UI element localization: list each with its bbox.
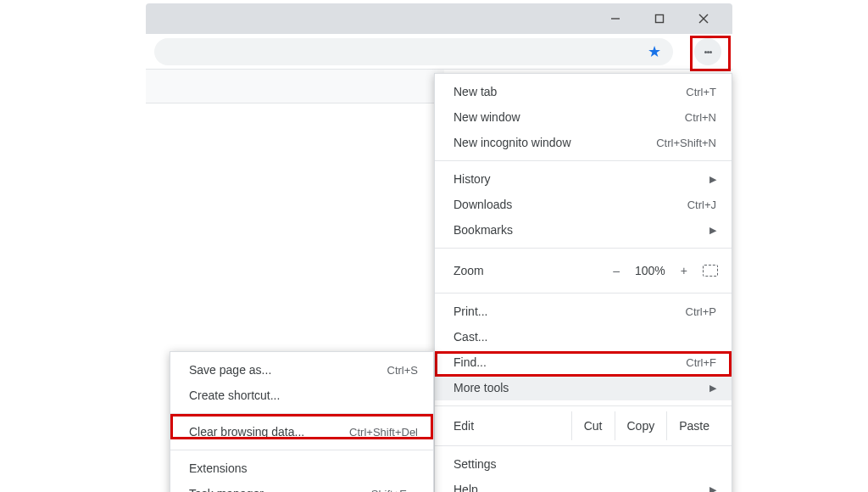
maximize-button[interactable] — [637, 3, 682, 34]
menu-shortcut: Ctrl+J — [687, 198, 716, 211]
submenu-item-extensions[interactable]: Extensions — [170, 456, 433, 481]
menu-label: New incognito window — [453, 136, 656, 149]
submenu-arrow-icon: ▶ — [709, 174, 716, 185]
menu-label: Settings — [453, 457, 716, 471]
bookmark-star-icon[interactable]: ★ — [648, 42, 661, 61]
browser-toolbar: ★ — [146, 34, 732, 70]
edit-copy-button[interactable]: Copy — [615, 411, 667, 440]
menu-shortcut: Shift+Esc — [371, 488, 418, 493]
menu-label: More tools — [453, 381, 703, 394]
submenu-arrow-icon: ▶ — [709, 484, 716, 493]
menu-separator — [435, 248, 732, 249]
zoom-in-button[interactable]: + — [681, 264, 687, 277]
address-bar[interactable]: ★ — [154, 38, 673, 65]
menu-item-edit: Edit Cut Copy Paste — [435, 411, 732, 440]
zoom-percent: 100% — [635, 264, 665, 277]
menu-item-cast[interactable]: Cast... — [435, 324, 732, 349]
menu-label: Downloads — [453, 198, 687, 211]
edit-cut-button[interactable]: Cut — [571, 411, 615, 440]
menu-label: History — [453, 172, 703, 186]
menu-shortcut: Ctrl+S — [387, 364, 418, 377]
menu-label: Cast... — [453, 330, 716, 344]
svg-rect-1 — [656, 15, 664, 23]
more-tools-submenu: Save page as... Ctrl+S Create shortcut..… — [170, 351, 434, 492]
submenu-arrow-icon: ▶ — [709, 383, 716, 394]
menu-separator — [170, 413, 433, 414]
menu-label: Extensions — [189, 461, 418, 475]
menu-label: Print... — [453, 305, 686, 318]
menu-item-new-window[interactable]: New window Ctrl+N — [435, 104, 732, 130]
menu-label: New window — [453, 110, 685, 124]
menu-button[interactable] — [692, 37, 724, 66]
edit-label: Edit — [453, 419, 571, 433]
edit-paste-button[interactable]: Paste — [666, 411, 721, 440]
menu-item-settings[interactable]: Settings — [435, 451, 732, 477]
menu-separator — [435, 405, 732, 406]
menu-label: New tab — [453, 85, 686, 98]
menu-item-bookmarks[interactable]: Bookmarks ▶ — [435, 217, 732, 243]
menu-item-print[interactable]: Print... Ctrl+P — [435, 299, 732, 324]
menu-shortcut: Ctrl+N — [685, 111, 716, 124]
chrome-main-menu: New tab Ctrl+T New window Ctrl+N New inc… — [434, 73, 732, 492]
menu-separator — [435, 160, 732, 161]
bookmarks-bar — [146, 70, 444, 103]
submenu-item-create-shortcut[interactable]: Create shortcut... — [170, 383, 433, 408]
menu-item-find[interactable]: Find... Ctrl+F — [435, 349, 732, 375]
menu-label: Task manager — [189, 487, 371, 492]
close-button[interactable] — [682, 3, 726, 34]
menu-label: Clear browsing data... — [189, 425, 349, 439]
three-dots-icon — [694, 38, 721, 65]
menu-shortcut: Ctrl+P — [686, 305, 716, 318]
menu-item-zoom: Zoom – 100% + — [435, 254, 732, 288]
submenu-item-task-manager[interactable]: Task manager Shift+Esc — [170, 481, 433, 492]
menu-shortcut: Ctrl+Shift+Del — [349, 426, 418, 439]
window-controls — [593, 3, 726, 34]
submenu-arrow-icon: ▶ — [709, 225, 716, 236]
menu-label: Create shortcut... — [189, 389, 418, 402]
submenu-item-clear-browsing-data[interactable]: Clear browsing data... Ctrl+Shift+Del — [170, 419, 433, 444]
menu-label: Help — [453, 483, 703, 492]
menu-item-history[interactable]: History ▶ — [435, 166, 732, 192]
menu-shortcut: Ctrl+F — [686, 356, 716, 369]
menu-item-downloads[interactable]: Downloads Ctrl+J — [435, 192, 732, 217]
menu-label: Save page as... — [189, 363, 387, 377]
fullscreen-icon[interactable] — [703, 265, 718, 277]
minimize-button[interactable] — [593, 3, 637, 34]
menu-shortcut: Ctrl+T — [686, 86, 716, 98]
menu-label: Find... — [453, 355, 686, 369]
menu-item-incognito[interactable]: New incognito window Ctrl+Shift+N — [435, 130, 732, 155]
menu-item-more-tools[interactable]: More tools ▶ — [435, 375, 732, 400]
menu-separator — [435, 445, 732, 446]
menu-separator — [170, 450, 433, 450]
menu-shortcut: Ctrl+Shift+N — [656, 137, 716, 149]
zoom-label: Zoom — [453, 264, 613, 277]
menu-item-help[interactable]: Help ▶ — [435, 477, 732, 492]
menu-separator — [435, 293, 732, 294]
menu-item-new-tab[interactable]: New tab Ctrl+T — [435, 79, 732, 104]
submenu-item-save-page[interactable]: Save page as... Ctrl+S — [170, 357, 433, 383]
zoom-out-button[interactable]: – — [613, 264, 620, 277]
menu-label: Bookmarks — [453, 223, 703, 237]
